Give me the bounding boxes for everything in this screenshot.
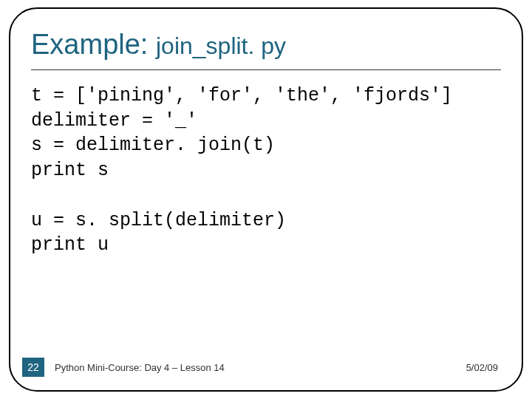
- code-block: t = ['pining', 'for', 'the', 'fjords'] d…: [31, 83, 501, 352]
- footer-date: 5/02/09: [466, 362, 498, 373]
- footer-course-text: Python Mini-Course: Day 4 – Lesson 14: [55, 362, 466, 373]
- slide-frame: Example: join_split. py t = ['pining', '…: [9, 7, 523, 392]
- title-strong: Example:: [31, 29, 148, 60]
- title-underline: [31, 69, 501, 70]
- title-light: join_split. py: [156, 33, 286, 59]
- slide-title: Example: join_split. py: [31, 30, 501, 61]
- slide-footer: 22 Python Mini-Course: Day 4 – Lesson 14…: [31, 352, 501, 377]
- page-number-badge: 22: [22, 358, 44, 377]
